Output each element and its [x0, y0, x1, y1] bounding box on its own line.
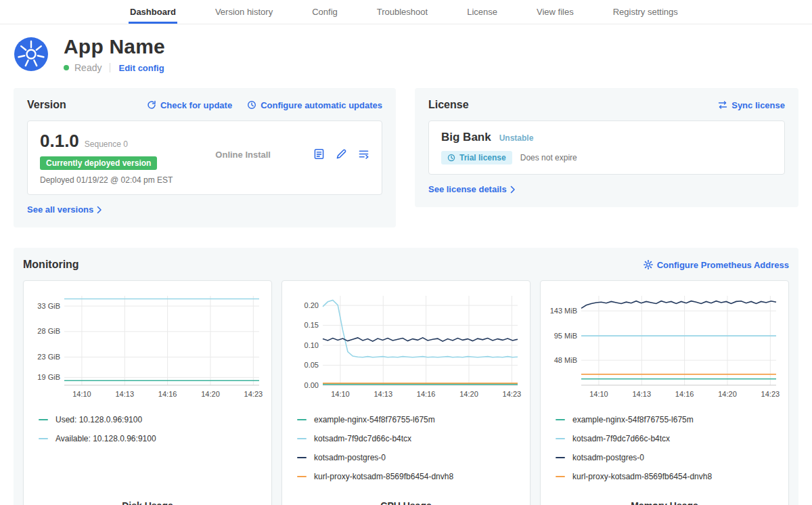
- tab-view-files[interactable]: View files: [535, 1, 575, 24]
- svg-text:0.10: 0.10: [304, 341, 319, 349]
- check-for-update-link[interactable]: Check for update: [147, 100, 232, 110]
- svg-text:14:23: 14:23: [761, 390, 780, 398]
- license-box: Big Bank Unstable Trial license Does not…: [428, 120, 785, 175]
- legend-swatch: [297, 476, 307, 478]
- tab-registry-settings[interactable]: Registry settings: [612, 1, 679, 24]
- legend-item: Available: 10.128.0.96:9100: [39, 434, 265, 443]
- version-number: 0.1.0: [40, 131, 79, 152]
- chart-legend: example-nginx-54f8f76755-l675mkotsadm-7f…: [556, 415, 782, 491]
- chart-legend: Used: 10.128.0.96:9100Available: 10.128.…: [39, 415, 265, 453]
- license-card: License Sync license Big Bank Unstable: [415, 88, 798, 207]
- license-card-title: License: [428, 99, 469, 111]
- svg-text:23 GiB: 23 GiB: [37, 353, 60, 361]
- legend-label: kotsadm-7f9dc7d66c-b4tcx: [572, 434, 670, 443]
- version-card-title: Version: [27, 99, 66, 111]
- legend-item: Used: 10.128.0.96:9100: [39, 415, 265, 424]
- svg-text:14:16: 14:16: [158, 390, 177, 398]
- svg-text:14:13: 14:13: [633, 390, 652, 398]
- legend-label: kotsadm-postgres-0: [572, 453, 644, 462]
- legend-item: kotsadm-postgres-0: [297, 453, 523, 462]
- legend-label: Available: 10.128.0.96:9100: [55, 434, 156, 443]
- legend-swatch: [297, 457, 307, 459]
- trial-license-badge: Trial license: [441, 151, 512, 164]
- legend-swatch: [556, 457, 565, 459]
- top-navigation: Dashboard Version history Config Trouble…: [0, 0, 812, 24]
- check-for-update-label: Check for update: [160, 100, 232, 110]
- svg-text:28 GiB: 28 GiB: [37, 327, 60, 335]
- chevron-right-icon: [97, 206, 102, 214]
- configure-automatic-updates-link[interactable]: Configure automatic updates: [247, 100, 382, 110]
- svg-text:14:16: 14:16: [417, 390, 436, 398]
- status-dot: [64, 65, 69, 70]
- deployed-badge: Currently deployed version: [40, 156, 157, 170]
- see-all-versions-label: See all versions: [27, 204, 93, 215]
- see-license-details-label: See license details: [428, 184, 507, 194]
- svg-text:14:10: 14:10: [331, 390, 350, 398]
- svg-text:143 MiB: 143 MiB: [550, 307, 577, 315]
- release-notes-icon[interactable]: [358, 148, 369, 160]
- divider: [110, 63, 110, 72]
- app-status: Ready: [74, 62, 102, 73]
- customer-name: Big Bank: [441, 131, 491, 144]
- clock-arrow-icon: [247, 100, 256, 110]
- cards-row: Version Check for update Configure autom…: [0, 88, 812, 227]
- chart-title: Disk Usage: [30, 491, 265, 505]
- clock-icon: [447, 154, 455, 162]
- kubernetes-logo-icon: [14, 37, 49, 72]
- configure-prometheus-label: Configure Prometheus Address: [657, 260, 789, 270]
- edit-config-link[interactable]: Edit config: [118, 63, 164, 73]
- edit-config-icon[interactable]: [336, 148, 347, 160]
- sync-license-link[interactable]: Sync license: [718, 100, 785, 110]
- chevron-right-icon: [510, 185, 516, 194]
- svg-text:95 MiB: 95 MiB: [554, 332, 577, 340]
- svg-text:14:10: 14:10: [72, 390, 91, 398]
- legend-swatch: [39, 438, 48, 440]
- version-card: Version Check for update Configure autom…: [14, 88, 396, 227]
- license-expiration: Does not expire: [520, 153, 577, 162]
- tab-config[interactable]: Config: [311, 1, 339, 24]
- tab-license[interactable]: License: [466, 1, 499, 24]
- legend-swatch: [39, 419, 48, 421]
- svg-text:14:13: 14:13: [116, 390, 135, 398]
- tab-troubleshoot[interactable]: Troubleshoot: [376, 1, 429, 24]
- chart-title: Memory Usage: [547, 491, 782, 505]
- legend-label: kotsadm-postgres-0: [314, 453, 386, 462]
- svg-text:0.05: 0.05: [304, 361, 319, 369]
- chart-legend: example-nginx-54f8f76755-l675mkotsadm-7f…: [297, 415, 523, 491]
- deployed-timestamp: Deployed 01/19/22 @ 02:04 pm EST: [40, 175, 173, 185]
- legend-item: example-nginx-54f8f76755-l675m: [297, 415, 523, 424]
- cpu-usage-chart-card: 0.200.150.100.050.0014:1014:1314:1614:20…: [281, 280, 531, 505]
- configure-automatic-updates-label: Configure automatic updates: [261, 100, 382, 110]
- legend-item: kotsadm-7f9dc7d66c-b4tcx: [297, 434, 523, 443]
- legend-label: kurl-proxy-kotsadm-8569fb6454-dnvh8: [572, 472, 712, 481]
- legend-swatch: [297, 438, 307, 440]
- svg-text:14:20: 14:20: [718, 390, 737, 398]
- legend-label: example-nginx-54f8f76755-l675m: [572, 415, 694, 424]
- preflight-checks-icon[interactable]: [313, 148, 325, 160]
- svg-text:48 MiB: 48 MiB: [554, 356, 577, 364]
- app-header: App Name Ready Edit config: [0, 24, 812, 83]
- see-all-versions-link[interactable]: See all versions: [27, 204, 102, 215]
- memory-usage-chart-card: 143 MiB95 MiB48 MiB14:1014:1314:1614:201…: [540, 280, 789, 505]
- install-type: Online Install: [215, 150, 271, 160]
- svg-text:19 GiB: 19 GiB: [37, 373, 60, 381]
- see-license-details-link[interactable]: See license details: [428, 184, 516, 194]
- svg-text:14:23: 14:23: [503, 390, 522, 398]
- svg-text:14:10: 14:10: [589, 390, 608, 398]
- tab-dashboard[interactable]: Dashboard: [129, 1, 177, 24]
- svg-text:33 GiB: 33 GiB: [37, 302, 60, 310]
- svg-text:14:13: 14:13: [374, 390, 393, 398]
- memory-usage-chart: 143 MiB95 MiB48 MiB14:1014:1314:1614:201…: [547, 289, 782, 404]
- version-sequence: Sequence 0: [85, 139, 128, 149]
- charts-row: 33 GiB28 GiB23 GiB19 GiB14:1014:1314:161…: [23, 280, 789, 505]
- legend-item: kotsadm-postgres-0: [556, 453, 782, 462]
- sync-license-label: Sync license: [731, 100, 785, 110]
- configure-prometheus-link[interactable]: Configure Prometheus Address: [644, 260, 789, 270]
- svg-text:14:16: 14:16: [675, 390, 694, 398]
- legend-item: kotsadm-7f9dc7d66c-b4tcx: [556, 434, 782, 443]
- refresh-icon: [147, 100, 156, 110]
- license-channel: Unstable: [499, 133, 534, 143]
- tab-version-history[interactable]: Version history: [214, 1, 274, 24]
- legend-label: Used: 10.128.0.96:9100: [55, 415, 142, 424]
- sync-icon: [718, 100, 727, 110]
